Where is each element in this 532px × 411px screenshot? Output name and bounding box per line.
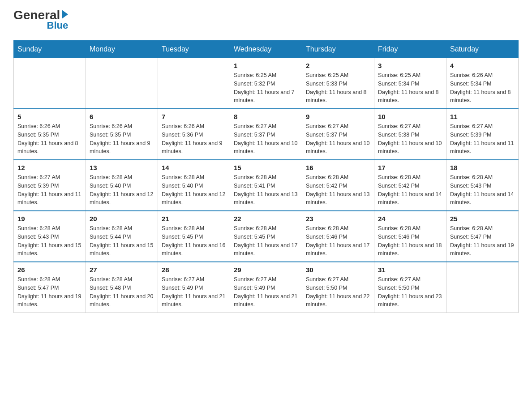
day-info: Sunrise: 6:27 AMSunset: 5:37 PMDaylight:…	[234, 122, 298, 156]
day-info: Sunrise: 6:27 AMSunset: 5:49 PMDaylight:…	[162, 275, 226, 309]
calendar-header-row: SundayMondayTuesdayWednesdayThursdayFrid…	[14, 41, 519, 58]
calendar-cell: 14Sunrise: 6:28 AMSunset: 5:40 PMDayligh…	[158, 160, 230, 211]
column-header-wednesday: Wednesday	[230, 41, 302, 58]
calendar-cell: 1Sunrise: 6:25 AMSunset: 5:32 PMDaylight…	[230, 58, 302, 109]
day-number: 2	[306, 62, 370, 69]
calendar-cell: 22Sunrise: 6:28 AMSunset: 5:45 PMDayligh…	[230, 211, 302, 262]
day-number: 7	[162, 113, 226, 120]
calendar-week-row: 12Sunrise: 6:27 AMSunset: 5:39 PMDayligh…	[14, 160, 519, 211]
calendar-week-row: 5Sunrise: 6:26 AMSunset: 5:35 PMDaylight…	[14, 109, 519, 160]
calendar-cell: 16Sunrise: 6:28 AMSunset: 5:42 PMDayligh…	[302, 160, 374, 211]
day-info: Sunrise: 6:28 AMSunset: 5:43 PMDaylight:…	[17, 224, 82, 258]
day-number: 28	[162, 266, 226, 274]
day-info: Sunrise: 6:28 AMSunset: 5:44 PMDaylight:…	[90, 224, 154, 258]
column-header-monday: Monday	[86, 41, 158, 58]
day-info: Sunrise: 6:28 AMSunset: 5:47 PMDaylight:…	[17, 275, 82, 309]
column-header-friday: Friday	[374, 41, 446, 58]
day-info: Sunrise: 6:28 AMSunset: 5:45 PMDaylight:…	[162, 224, 226, 258]
calendar-cell: 31Sunrise: 6:27 AMSunset: 5:50 PMDayligh…	[374, 262, 446, 313]
day-info: Sunrise: 6:28 AMSunset: 5:47 PMDaylight:…	[450, 224, 515, 258]
day-info: Sunrise: 6:28 AMSunset: 5:46 PMDaylight:…	[378, 224, 442, 258]
day-number: 17	[378, 164, 442, 171]
day-info: Sunrise: 6:27 AMSunset: 5:39 PMDaylight:…	[450, 122, 515, 156]
day-info: Sunrise: 6:27 AMSunset: 5:49 PMDaylight:…	[234, 275, 298, 309]
day-info: Sunrise: 6:28 AMSunset: 5:40 PMDaylight:…	[90, 173, 154, 207]
logo-arrow-icon	[62, 10, 68, 19]
day-info: Sunrise: 6:27 AMSunset: 5:37 PMDaylight:…	[306, 122, 370, 156]
calendar-cell: 18Sunrise: 6:28 AMSunset: 5:43 PMDayligh…	[446, 160, 519, 211]
day-info: Sunrise: 6:27 AMSunset: 5:50 PMDaylight:…	[306, 275, 370, 309]
calendar-week-row: 26Sunrise: 6:28 AMSunset: 5:47 PMDayligh…	[14, 262, 519, 313]
calendar-cell: 3Sunrise: 6:25 AMSunset: 5:34 PMDaylight…	[374, 58, 446, 109]
day-number: 24	[378, 215, 442, 223]
day-info: Sunrise: 6:28 AMSunset: 5:41 PMDaylight:…	[234, 173, 298, 207]
day-number: 27	[90, 266, 154, 274]
day-number: 23	[306, 215, 370, 223]
day-number: 4	[450, 62, 515, 69]
day-number: 21	[162, 215, 226, 223]
calendar-cell: 7Sunrise: 6:26 AMSunset: 5:36 PMDaylight…	[158, 109, 230, 160]
day-number: 26	[17, 266, 82, 274]
day-number: 18	[450, 164, 515, 171]
day-number: 1	[234, 62, 298, 69]
calendar-cell	[86, 58, 158, 109]
day-info: Sunrise: 6:26 AMSunset: 5:36 PMDaylight:…	[162, 122, 226, 156]
calendar-cell: 15Sunrise: 6:28 AMSunset: 5:41 PMDayligh…	[230, 160, 302, 211]
day-info: Sunrise: 6:25 AMSunset: 5:34 PMDaylight:…	[378, 71, 442, 105]
day-number: 11	[450, 113, 515, 120]
day-number: 15	[234, 164, 298, 171]
calendar-cell: 19Sunrise: 6:28 AMSunset: 5:43 PMDayligh…	[14, 211, 86, 262]
day-number: 20	[90, 215, 154, 223]
day-info: Sunrise: 6:28 AMSunset: 5:45 PMDaylight:…	[234, 224, 298, 258]
day-info: Sunrise: 6:28 AMSunset: 5:40 PMDaylight:…	[162, 173, 226, 207]
day-number: 22	[234, 215, 298, 223]
calendar-cell: 13Sunrise: 6:28 AMSunset: 5:40 PMDayligh…	[86, 160, 158, 211]
logo: General Blue	[13, 9, 68, 31]
day-info: Sunrise: 6:25 AMSunset: 5:33 PMDaylight:…	[306, 71, 370, 105]
calendar-cell: 21Sunrise: 6:28 AMSunset: 5:45 PMDayligh…	[158, 211, 230, 262]
calendar-cell: 6Sunrise: 6:26 AMSunset: 5:35 PMDaylight…	[86, 109, 158, 160]
calendar-cell	[158, 58, 230, 109]
column-header-thursday: Thursday	[302, 41, 374, 58]
calendar-cell: 27Sunrise: 6:28 AMSunset: 5:48 PMDayligh…	[86, 262, 158, 313]
calendar-cell: 26Sunrise: 6:28 AMSunset: 5:47 PMDayligh…	[14, 262, 86, 313]
calendar-cell	[446, 262, 519, 313]
day-info: Sunrise: 6:27 AMSunset: 5:39 PMDaylight:…	[17, 173, 82, 207]
day-info: Sunrise: 6:28 AMSunset: 5:42 PMDaylight:…	[378, 173, 442, 207]
day-number: 12	[17, 164, 82, 171]
calendar-week-row: 19Sunrise: 6:28 AMSunset: 5:43 PMDayligh…	[14, 211, 519, 262]
calendar-cell: 23Sunrise: 6:28 AMSunset: 5:46 PMDayligh…	[302, 211, 374, 262]
calendar-cell: 24Sunrise: 6:28 AMSunset: 5:46 PMDayligh…	[374, 211, 446, 262]
day-number: 8	[234, 113, 298, 120]
day-number: 30	[306, 266, 370, 274]
day-info: Sunrise: 6:28 AMSunset: 5:46 PMDaylight:…	[306, 224, 370, 258]
day-number: 5	[17, 113, 82, 120]
calendar-cell: 8Sunrise: 6:27 AMSunset: 5:37 PMDaylight…	[230, 109, 302, 160]
calendar-cell: 17Sunrise: 6:28 AMSunset: 5:42 PMDayligh…	[374, 160, 446, 211]
day-info: Sunrise: 6:26 AMSunset: 5:35 PMDaylight:…	[90, 122, 154, 156]
day-number: 19	[17, 215, 82, 223]
day-info: Sunrise: 6:28 AMSunset: 5:48 PMDaylight:…	[90, 275, 154, 309]
calendar-cell	[14, 58, 86, 109]
calendar-cell: 25Sunrise: 6:28 AMSunset: 5:47 PMDayligh…	[446, 211, 519, 262]
day-number: 10	[378, 113, 442, 120]
calendar-week-row: 1Sunrise: 6:25 AMSunset: 5:32 PMDaylight…	[14, 58, 519, 109]
calendar-cell: 30Sunrise: 6:27 AMSunset: 5:50 PMDayligh…	[302, 262, 374, 313]
day-number: 13	[90, 164, 154, 171]
calendar-cell: 4Sunrise: 6:26 AMSunset: 5:34 PMDaylight…	[446, 58, 519, 109]
day-info: Sunrise: 6:27 AMSunset: 5:38 PMDaylight:…	[378, 122, 442, 156]
day-number: 9	[306, 113, 370, 120]
calendar-cell: 9Sunrise: 6:27 AMSunset: 5:37 PMDaylight…	[302, 109, 374, 160]
day-number: 16	[306, 164, 370, 171]
column-header-sunday: Sunday	[14, 41, 86, 58]
logo-text-blue: Blue	[13, 20, 68, 31]
calendar-cell: 2Sunrise: 6:25 AMSunset: 5:33 PMDaylight…	[302, 58, 374, 109]
day-number: 14	[162, 164, 226, 171]
calendar-table: SundayMondayTuesdayWednesdayThursdayFrid…	[13, 40, 519, 313]
day-info: Sunrise: 6:26 AMSunset: 5:35 PMDaylight:…	[17, 122, 82, 156]
day-info: Sunrise: 6:28 AMSunset: 5:43 PMDaylight:…	[450, 173, 515, 207]
day-number: 29	[234, 266, 298, 274]
day-number: 31	[378, 266, 442, 274]
calendar-cell: 5Sunrise: 6:26 AMSunset: 5:35 PMDaylight…	[14, 109, 86, 160]
day-info: Sunrise: 6:27 AMSunset: 5:50 PMDaylight:…	[378, 275, 442, 309]
